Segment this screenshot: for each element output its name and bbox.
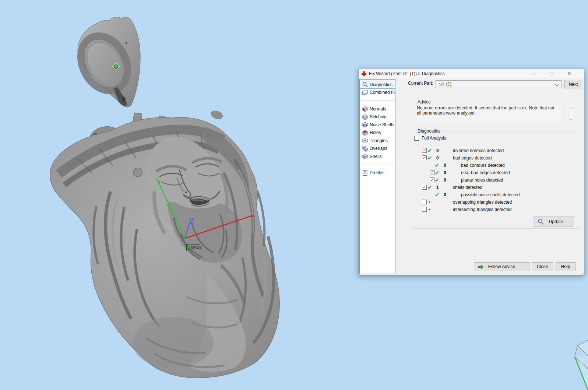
diagnostic-row: ✓ ✔ 0 near bad edges detected [421,169,577,176]
sidebar-item-overlaps[interactable]: Overlaps [360,145,395,153]
sidebar-item-normals[interactable]: Normals [360,105,395,113]
sidebar-item-stitching[interactable]: Stitching [360,113,395,121]
sidebar-separator [360,101,395,101]
stack-icon [362,89,368,96]
fix-wizard-red-cross-icon [361,71,367,77]
diagnostic-status-icon: ✔ [425,147,434,154]
diagnostic-count: 0 [444,162,446,169]
advice-text: No more errors are detected. It seems th… [416,105,561,123]
cube-yellow-edge-icon [362,114,368,120]
diagnostic-status-icon: • [425,206,434,213]
current-part-value: stl (1) [439,81,451,87]
diagnostic-label: inverted normals detected [453,147,504,154]
scroll-down-icon[interactable] [570,117,573,120]
cube-red-top-icon [362,130,368,136]
diagnostic-label: near bad edges detected [461,169,510,176]
diagnostic-row: ✓ ✔ 1 shells detected [421,184,577,191]
diagnostic-status-icon: • [425,198,434,205]
diagnostic-label: intersecting triangles detected [453,206,511,213]
pendant-bail-piece[interactable] [72,17,140,107]
sidebar-item-triangles[interactable]: Triangles [360,137,395,145]
cube-wireframe-icon [362,137,368,144]
full-analysis-label: Full Analysis [422,136,446,141]
diagnostic-row: ✓ ✔ 0 planar holes detected [421,176,577,184]
close-dialog-button[interactable]: Close [532,262,553,271]
cube-plain-icon [362,153,368,159]
full-analysis-checkbox[interactable] [414,136,419,141]
sidebar-item-holes[interactable]: Holes [360,129,395,137]
follow-advice-button[interactable]: Follow Advice [474,262,529,271]
sidebar-item-combined-fix[interactable]: Combined Fix [360,89,395,97]
diagnostic-count: 0 [444,176,446,184]
diagnostic-status-icon: ✔ [433,191,441,198]
full-analysis-checkbox-row[interactable]: Full Analysis [414,136,446,141]
axis-label-y: Y [155,177,158,182]
axis-label-x: x [252,213,254,218]
magnifier-icon [362,81,368,88]
fix-sidebar-list: Diagnostics Combined Fix Normals Stitchi… [359,79,395,274]
diagnostics-group-title: Diagnostics [416,129,442,134]
pendant-head-piece[interactable] [50,109,279,378]
platform-corner-wireframe [575,340,588,390]
chevron-down-icon [555,83,559,87]
diagnostic-row: ✔ 0 bad contours detected [421,162,577,169]
sidebar-item-noise-shells[interactable]: Noise Shells [360,121,395,129]
wcs-origin-dot-icon [186,246,190,250]
diagnostic-label: shells detected [453,184,482,191]
diagnostics-rows: ✓ ✔ 0 inverted normals detected ✓ ✔ 0 ba… [421,147,577,213]
axis-label-z: z [191,217,194,222]
diagnostic-count: 1 [436,184,439,191]
diagnostic-row: • intersecting triangles detected [421,206,577,213]
diagnostic-label: possible noise shells detected [461,191,520,198]
scroll-up-icon[interactable] [570,107,573,110]
next-button[interactable]: Next [564,80,582,88]
current-part-label: Current Part: [408,79,433,88]
cube-red-face-icon [362,106,368,112]
minimize-button[interactable]: — [527,69,540,78]
advice-scrollbar[interactable] [568,105,574,123]
diagnostic-row: • overlapping triangles detected [421,198,577,206]
advice-group-title: Advice [416,99,432,105]
app-root: { "colors": { "viewport_bg": "#b9d9f4", … [0,0,588,390]
advice-groupbox: Advice No more errors are detected. It s… [413,102,579,126]
diagnostic-row: ✓ ✔ 0 bad edges detected [421,154,577,162]
diagnostic-count: 0 [444,191,446,198]
diagnostic-label: planar holes detected [461,176,503,184]
fix-wizard-dialog: Fix Wizard (Part: stl (1)) > Diagnostics… [358,69,584,275]
cube-dots-icon [362,122,368,128]
current-part-dropdown[interactable]: stl (1) [436,80,561,88]
wcs-origin-label: WCS [186,244,200,251]
help-button[interactable]: Help [556,262,575,271]
dialog-titlebar[interactable]: Fix Wizard (Part: stl (1)) > Diagnostics… [359,69,584,78]
diagnostic-status-icon: ✔ [425,154,434,161]
dialog-title: Fix Wizard (Part: stl (1)) > Diagnostics [369,69,445,78]
maximize-button[interactable]: ▢ [545,69,558,78]
update-button[interactable]: Update [533,217,574,226]
vertex-marker-dot [114,65,118,68]
diagnostic-status-icon: ✔ [433,176,441,183]
diagnostic-count: 0 [436,154,439,162]
sidebar-item-profiles[interactable]: Profiles [360,169,395,177]
diagnostic-status-icon: ✔ [425,184,434,191]
diagnostic-count: 0 [436,147,439,154]
cube-overlap-icon [362,145,368,152]
diagnostic-label: overlapping triangles detected [453,198,512,206]
diagnostic-label: bad edges detected [453,154,492,162]
diagnostic-row: ✓ ✔ 0 inverted normals detected [421,147,577,154]
sidebar-separator [360,165,395,165]
follow-advice-arrow-icon [478,264,484,271]
document-icon [362,170,368,176]
resize-grip[interactable] [579,270,584,275]
diagnostic-status-icon: ✔ [433,169,441,176]
diagnostic-status-icon: ✔ [433,162,441,169]
wcs-label-text: WCS [191,245,201,250]
diagnostic-row: ✔ 0 possible noise shells detected [421,191,577,198]
sidebar-item-shells[interactable]: Shells [360,152,395,161]
diagnostics-groupbox: Diagnostics Full Analysis ✓ ✔ 0 inverted… [413,131,579,229]
update-magnifier-icon [537,218,544,226]
close-button[interactable]: ✕ [563,69,575,78]
diagnostic-label: bad contours detected [461,162,505,169]
sidebar-item-diagnostics[interactable]: Diagnostics [360,81,395,89]
diagnostic-count: 0 [444,169,446,176]
